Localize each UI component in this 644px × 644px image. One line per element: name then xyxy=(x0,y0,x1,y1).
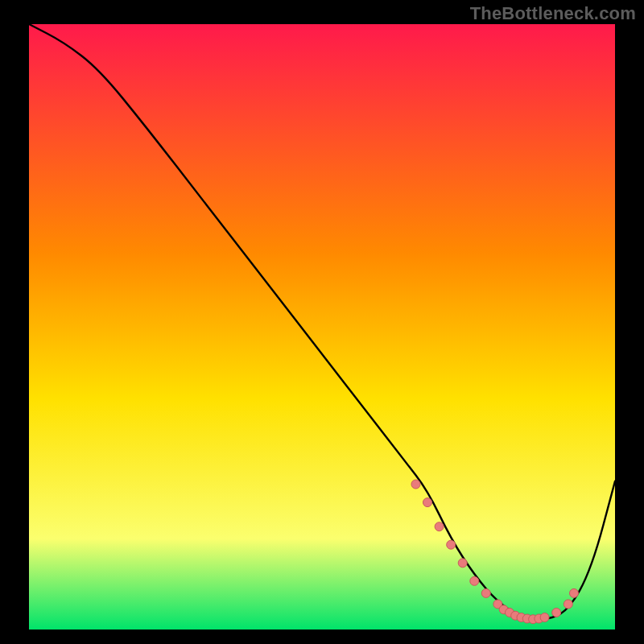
trough-marker xyxy=(540,613,549,622)
watermark-label: TheBottleneck.com xyxy=(470,3,636,24)
trough-marker xyxy=(564,600,572,609)
heatmap-background xyxy=(29,24,615,630)
trough-marker xyxy=(458,559,467,568)
chart-frame: TheBottleneck.com xyxy=(0,0,644,644)
trough-marker xyxy=(552,608,561,617)
plot-area xyxy=(29,24,615,630)
trough-marker xyxy=(470,576,479,585)
trough-marker xyxy=(411,480,420,489)
trough-marker xyxy=(481,588,490,597)
trough-marker xyxy=(447,540,456,549)
trough-marker xyxy=(570,588,579,597)
chart-svg xyxy=(29,24,615,630)
trough-marker xyxy=(423,498,432,507)
trough-marker xyxy=(435,522,444,531)
